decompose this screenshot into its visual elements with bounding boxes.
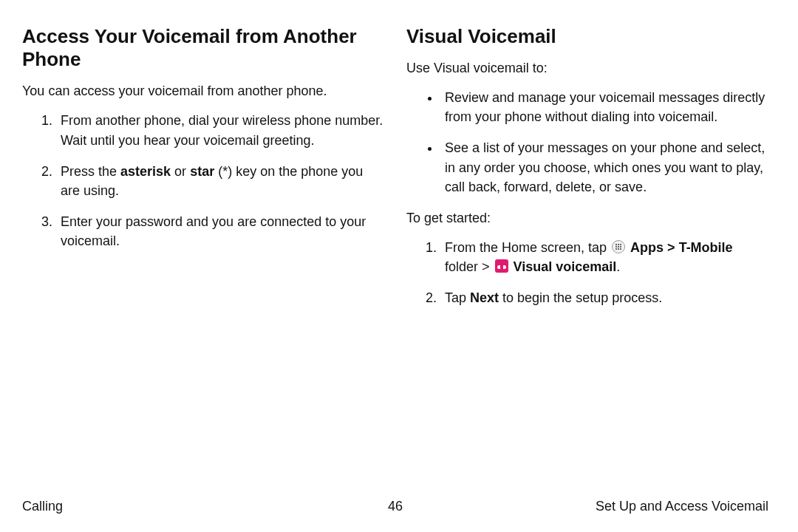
get-started-label: To get started: <box>406 208 768 228</box>
asterisk-label: asterisk <box>120 164 171 179</box>
footer-right: Set Up and Access Voicemail <box>596 499 768 514</box>
tmobile-label: T-Mobile <box>679 240 733 255</box>
chevron-icon: > <box>664 240 679 255</box>
apps-label: Apps <box>630 240 664 255</box>
right-bullet-1: Review and manage your voicemail message… <box>440 88 768 126</box>
apps-icon <box>612 240 625 253</box>
page-number: 46 <box>388 499 403 514</box>
text: Tap <box>445 290 470 305</box>
left-column: Access Your Voicemail from Another Phone… <box>22 25 384 319</box>
text: folder > <box>445 259 494 274</box>
right-title: Visual Voicemail <box>406 25 768 48</box>
left-step-2: Press the asterisk or star (*) key on th… <box>56 162 384 200</box>
text: or <box>171 164 190 179</box>
right-column: Visual Voicemail Use Visual voicemail to… <box>406 25 768 319</box>
visual-voicemail-icon <box>495 259 508 273</box>
visual-voicemail-label: Visual voicemail <box>514 259 617 274</box>
left-step-1: From another phone, dial your wireless p… <box>56 111 384 149</box>
left-steps: From another phone, dial your wireless p… <box>22 111 384 250</box>
right-step-1: From the Home screen, tap Apps > T-Mobil… <box>440 238 768 276</box>
left-step-3: Enter your password and you are connecte… <box>56 212 384 250</box>
right-intro: Use Visual voicemail to: <box>406 58 768 78</box>
text: Press the <box>61 164 120 179</box>
left-intro: You can access your voicemail from anoth… <box>22 81 384 100</box>
manual-page: Access Your Voicemail from Another Phone… <box>0 0 798 532</box>
right-step-2: Tap Next to begin the setup process. <box>440 288 768 307</box>
right-bullets: Review and manage your voicemail message… <box>406 88 768 196</box>
page-footer: Calling 46 Set Up and Access Voicemail <box>22 499 768 514</box>
two-column-layout: Access Your Voicemail from Another Phone… <box>22 25 768 319</box>
text: . <box>616 259 620 274</box>
text: to begin the setup process. <box>499 290 662 305</box>
left-title: Access Your Voicemail from Another Phone <box>22 25 384 71</box>
text: From the Home screen, tap <box>445 240 610 255</box>
next-label: Next <box>470 290 499 305</box>
star-label: star <box>190 164 214 179</box>
right-steps: From the Home screen, tap Apps > T-Mobil… <box>406 238 768 307</box>
footer-left: Calling <box>22 499 63 514</box>
right-bullet-2: See a list of your messages on your phon… <box>440 138 768 196</box>
